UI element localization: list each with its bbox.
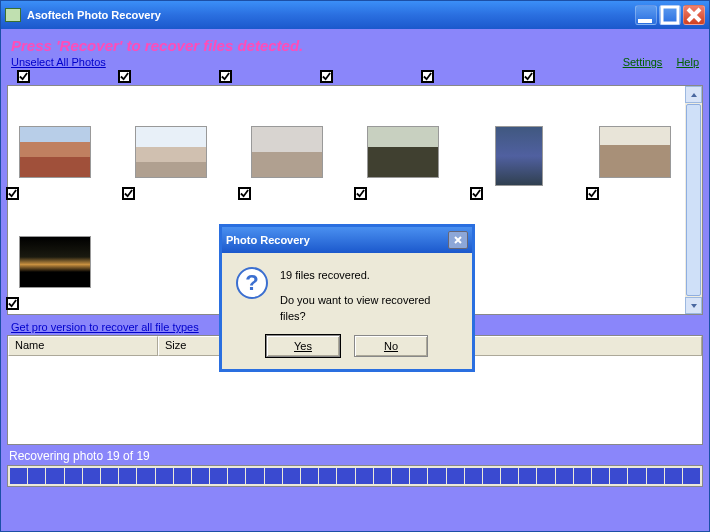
thumb-image-icon <box>19 236 91 288</box>
thumb-5[interactable] <box>476 126 562 194</box>
window-title: Asoftech Photo Recovery <box>27 9 161 21</box>
checkbox-col-4[interactable] <box>320 70 333 83</box>
checkbox-col-1[interactable] <box>17 70 30 83</box>
thumb-image-icon <box>251 126 323 178</box>
minimize-button[interactable] <box>635 5 657 25</box>
titlebar: Asoftech Photo Recovery <box>1 1 709 29</box>
close-button[interactable] <box>683 5 705 25</box>
col-header-name[interactable]: Name <box>8 336 158 356</box>
maximize-button[interactable] <box>659 5 681 25</box>
app-window: Asoftech Photo Recovery Press 'Recover' … <box>0 0 710 532</box>
thumb-4[interactable] <box>360 126 446 194</box>
thumb-image-icon <box>19 126 91 178</box>
checkbox-col-6[interactable] <box>522 70 535 83</box>
settings-link[interactable]: Settings <box>623 56 663 68</box>
thumb-image-icon <box>367 126 439 178</box>
dialog-title: Photo Recovery <box>226 234 310 246</box>
checkbox-col-5[interactable] <box>421 70 434 83</box>
progress-bar <box>7 465 703 487</box>
scroll-down-icon[interactable] <box>685 297 702 314</box>
dialog-line2: Do you want to view recovered files? <box>280 292 458 325</box>
scroll-thumb[interactable] <box>686 104 701 296</box>
thumb-checkbox[interactable] <box>122 187 135 200</box>
thumb-checkbox[interactable] <box>586 187 599 200</box>
col-header-blank <box>458 336 702 356</box>
thumb-image-icon <box>599 126 671 178</box>
svg-rect-0 <box>638 19 652 23</box>
help-link[interactable]: Help <box>676 56 699 68</box>
recovery-dialog: Photo Recovery ? 19 files recovered. Do … <box>219 224 475 372</box>
thumb-6[interactable] <box>592 126 678 194</box>
instruction-text: Press 'Recover' to recover files detecte… <box>7 33 703 56</box>
status-text: Recovering photo 19 of 19 <box>7 445 703 465</box>
dialog-titlebar: Photo Recovery <box>222 227 472 253</box>
thumb-1[interactable] <box>12 126 98 194</box>
thumb-checkbox[interactable] <box>6 187 19 200</box>
thumb-7[interactable] <box>12 236 98 304</box>
dialog-line1: 19 files recovered. <box>280 267 458 284</box>
thumb-image-icon <box>495 126 543 186</box>
thumb-checkbox[interactable] <box>354 187 367 200</box>
scroll-up-icon[interactable] <box>685 86 702 103</box>
unselect-all-link[interactable]: Unselect All Photos <box>11 56 106 68</box>
app-icon <box>5 8 21 22</box>
main-panel: Press 'Recover' to recover files detecte… <box>1 29 709 531</box>
checkbox-col-2[interactable] <box>118 70 131 83</box>
no-button[interactable]: No <box>354 335 428 357</box>
yes-button[interactable]: Yes <box>266 335 340 357</box>
dialog-close-button[interactable] <box>448 231 468 249</box>
scrollbar[interactable] <box>685 86 702 314</box>
top-checkbox-row <box>7 70 703 83</box>
links-row: Unselect All Photos Settings Help <box>7 56 703 70</box>
dialog-message: 19 files recovered. Do you want to view … <box>280 267 458 325</box>
thumb-checkbox[interactable] <box>238 187 251 200</box>
thumb-image-icon <box>135 126 207 178</box>
checkbox-col-3[interactable] <box>219 70 232 83</box>
thumb-checkbox[interactable] <box>6 297 19 310</box>
question-icon: ? <box>236 267 268 299</box>
svg-rect-1 <box>662 7 678 23</box>
thumb-3[interactable] <box>244 126 330 194</box>
thumb-2[interactable] <box>128 126 214 194</box>
thumb-checkbox[interactable] <box>470 187 483 200</box>
